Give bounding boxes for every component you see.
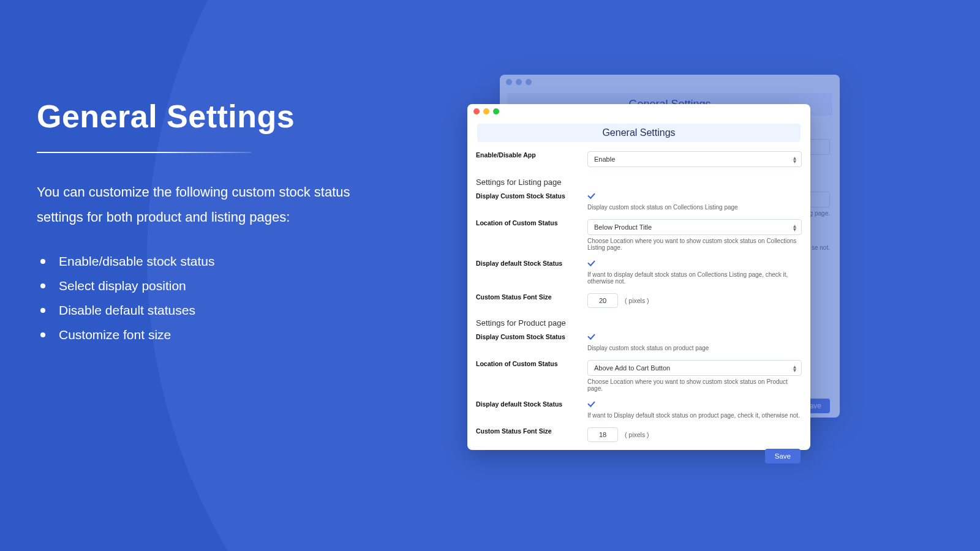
window-dot-icon <box>526 79 532 85</box>
maximize-icon[interactable] <box>493 108 499 114</box>
font-size-listing-input[interactable]: 20 <box>587 293 618 308</box>
title-divider <box>37 152 251 153</box>
field-help: If want to display default stock status … <box>587 271 802 285</box>
close-icon[interactable] <box>473 108 480 114</box>
field-help: If want to Display default stock status … <box>587 412 802 419</box>
window-dot-icon <box>516 79 522 85</box>
feature-item: Select display position <box>37 274 380 298</box>
chevron-updown-icon: ▴▾ <box>793 365 796 372</box>
settings-window-front: General Settings Enable/Disable App Enab… <box>467 104 810 450</box>
field-help: Choose Location where you want to show c… <box>587 238 802 251</box>
window-dot-icon <box>506 79 512 85</box>
feature-item: Customize font size <box>37 323 380 347</box>
field-label-display-product: Display Custom Stock Status <box>476 333 587 351</box>
display-product-checkbox[interactable] <box>587 333 595 341</box>
field-label-location-product: Location of Custom Status <box>476 360 587 392</box>
chevron-updown-icon: ▴▾ <box>793 224 796 231</box>
field-label-font-listing: Custom Status Font Size <box>476 293 587 308</box>
location-listing-select[interactable]: Below Product Title ▴▾ <box>587 219 802 235</box>
feature-item: Disable default statuses <box>37 298 380 323</box>
panel-title: General Settings <box>477 124 801 142</box>
default-listing-checkbox[interactable] <box>587 260 595 268</box>
field-help: Display custom stock status on Collectio… <box>587 204 802 211</box>
field-label-default-listing: Display default Stock Status <box>476 260 587 285</box>
feature-list: Enable/disable stock status Select displ… <box>37 249 380 347</box>
page-title: General Settings <box>37 98 380 135</box>
field-help: Display custom stock status on product p… <box>587 345 802 351</box>
section-heading-listing: Settings for Listing page <box>476 171 802 188</box>
promo-stage: General Settings You can customize the f… <box>0 0 980 551</box>
select-value: Above Add to Cart Button <box>594 364 670 372</box>
window-titlebar <box>467 104 810 119</box>
field-help: Choose Location where you want to show c… <box>587 378 802 392</box>
default-product-checkbox[interactable] <box>587 400 595 408</box>
marketing-copy: General Settings You can customize the f… <box>37 98 380 347</box>
select-value: Below Product Title <box>594 223 652 231</box>
field-label-display-listing: Display Custom Stock Status <box>476 192 587 211</box>
section-heading-product: Settings for Product page <box>476 312 802 329</box>
location-product-select[interactable]: Above Add to Cart Button ▴▾ <box>587 360 802 376</box>
save-button[interactable]: Save <box>765 449 801 463</box>
units-label: ( pixels ) <box>625 297 649 304</box>
select-value: Enable <box>594 156 615 163</box>
field-label-location-listing: Location of Custom Status <box>476 219 587 251</box>
field-label-font-product: Custom Status Font Size <box>476 427 587 442</box>
field-label-default-product: Display default Stock Status <box>476 400 587 419</box>
display-listing-checkbox[interactable] <box>587 192 595 200</box>
window-titlebar <box>500 75 840 89</box>
enable-app-select[interactable]: Enable ▴▾ <box>587 151 802 167</box>
units-label: ( pixels ) <box>625 431 649 438</box>
field-label-enable-app: Enable/Disable App <box>476 151 587 167</box>
lead-paragraph: You can customize the following custom s… <box>37 180 380 230</box>
chevron-updown-icon: ▴▾ <box>793 156 796 163</box>
minimize-icon[interactable] <box>483 108 489 114</box>
feature-item: Enable/disable stock status <box>37 249 380 274</box>
font-size-product-input[interactable]: 18 <box>587 427 618 442</box>
